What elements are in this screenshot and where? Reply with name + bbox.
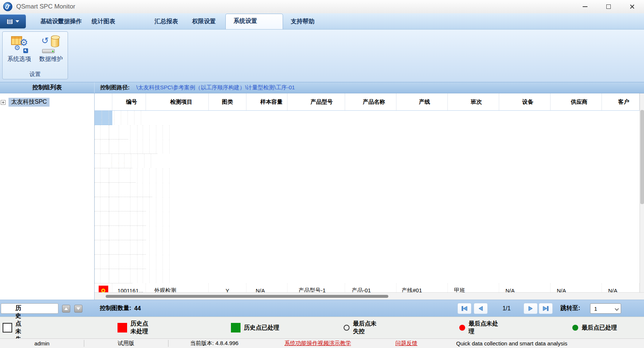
maximize-button[interactable] — [597, 0, 620, 13]
cell-shift: 乙班 — [125, 154, 131, 168]
table-column-header[interactable] — [95, 93, 112, 110]
table-column-header[interactable]: 编号 — [112, 93, 146, 110]
cell-production-line: 产线#01 — [137, 197, 143, 211]
legend-item: 历史点未失控 — [3, 317, 21, 338]
menu-tab[interactable]: 系统设置 — [225, 14, 283, 29]
jump-to-value: 1 — [594, 306, 597, 312]
legend-label: 历史点未处理 — [130, 320, 151, 335]
move-down-button[interactable] — [74, 305, 82, 313]
page-indicator: 1/1 — [494, 300, 519, 317]
close-button[interactable] — [620, 0, 644, 13]
cell-customer: A客户 — [163, 240, 170, 254]
menu-tab[interactable]: 数据操作 — [50, 14, 84, 29]
horizontal-scrollbar-thumb[interactable] — [106, 295, 388, 298]
jump-to-dropdown[interactable]: 1 — [590, 303, 621, 314]
table-row[interactable]: 1001161... 外观检测 P N/A 产品型号-1 产品-01 产线#01… — [95, 255, 146, 269]
cell-sample-size: 5 — [109, 183, 119, 197]
table-row[interactable]: 1001161... 参数A XR 5 产品型号-1 产品-01 产线#02 甲… — [95, 125, 128, 139]
menu-tab[interactable]: 权限设置 — [184, 14, 225, 29]
cell-customer: A客户 — [163, 211, 170, 225]
vertical-scrollbar[interactable] — [640, 93, 644, 292]
legend-item: 最后点未处理 — [459, 317, 500, 338]
table-row[interactable]: 1001161... 外观检测 Y N/A 产品型号-1 产品-01 产线#01… — [95, 283, 640, 292]
table-column-header[interactable]: 产品型号 — [287, 93, 345, 110]
last-page-button[interactable] — [539, 303, 553, 314]
cell-supplier: N/A — [156, 139, 163, 154]
table-column-header[interactable]: 班次 — [448, 93, 499, 110]
move-up-button[interactable] — [62, 305, 70, 313]
menu-tab[interactable]: 支持帮助 — [283, 14, 334, 29]
cell-product-name: 产品-01 — [130, 240, 137, 254]
table-column-header[interactable]: 样本容量 — [246, 93, 287, 110]
table-header-row: 编号检测项目图类样本容量产品型号产品名称产线班次设备供应商客户 — [95, 93, 640, 111]
cell-number: 1001161... — [95, 240, 100, 254]
vertical-scrollbar-thumb[interactable] — [640, 110, 644, 204]
title-bar: QSmart SPC Monitor — [0, 0, 644, 13]
cell-inspection-item: 外观检测 — [100, 269, 109, 283]
cell-supplier: N/A — [156, 269, 163, 283]
app-menu-button[interactable] — [0, 14, 26, 28]
maximize-icon — [606, 4, 611, 9]
cell-supplier: N/A — [156, 168, 163, 182]
table-row[interactable]: 1001161... 外观检测 Y N/A 产品型号-1 产品-01 产线#01… — [95, 269, 132, 283]
table-column-header[interactable]: 图类 — [209, 93, 246, 110]
table-column-header[interactable]: 产线 — [396, 93, 448, 110]
menu-tab[interactable]: 汇总报表 — [147, 14, 184, 29]
cell-shift: 乙班 — [143, 211, 150, 225]
ribbon-group-label: 设置 — [3, 71, 68, 78]
cell-product-model: 产品型号-1 — [119, 197, 130, 211]
status-bar: admin 试用版 当前版本: 4.8.4.996 系统功能操作视频演示教学 问… — [0, 338, 644, 348]
table-row[interactable]: 1001161... 参数B1 XS 5 产品型号-1 产品-01 产线#01 … — [95, 168, 136, 183]
table-row[interactable]: 1001161... 参数A XR 5 产品型号-1 产品-01 产线#01 甲… — [95, 111, 112, 125]
next-page-button[interactable] — [524, 303, 538, 314]
table-row[interactable]: 1001161... 参数D XR 3 产品型号-1 产品-01 产线#01 乙… — [95, 211, 146, 226]
legend-shape-icon — [344, 325, 350, 331]
legend-item: 最后点已处理 — [572, 317, 630, 338]
status-edition: 试用版 — [84, 339, 168, 348]
tree-item-root[interactable]: 太友科技SPC — [1, 98, 94, 107]
cell-equipment: N/A — [150, 226, 156, 240]
data-maintenance-icon: ↺ — [41, 35, 61, 54]
cell-inspection-item: 外观检测 — [100, 255, 109, 269]
table-column-header[interactable]: 产品名称 — [345, 93, 396, 110]
table-column-header[interactable]: 检测项目 — [146, 93, 209, 110]
table-column-header[interactable]: 客户 — [602, 93, 640, 110]
system-options-button[interactable]: ⚙ ⚙ 系统选项 — [3, 34, 35, 63]
legend-shape-icon — [231, 323, 241, 333]
horizontal-scrollbar[interactable] — [95, 292, 644, 300]
cell-number: 1001161... — [95, 183, 100, 197]
menu-tab-label: 权限设置 — [192, 18, 216, 24]
table-column-header[interactable]: 设备 — [499, 93, 551, 110]
menu-tab[interactable]: 统计图表 — [84, 14, 147, 29]
cell-product-name: 产品-01 — [130, 197, 137, 211]
first-page-button[interactable] — [457, 303, 471, 314]
minimize-button[interactable] — [573, 0, 597, 13]
table-row[interactable]: 1001161... 参数A XR 5 产品型号-1 产品-01 产线#02 乙… — [95, 139, 157, 154]
table-row[interactable]: 1001161... 参数C1 IMR 1 产品型号-1 产品-01 产线#01… — [95, 197, 146, 211]
menu-tab[interactable]: 基础设置 — [33, 14, 50, 29]
cell-product-model: 产品型号-1 — [287, 283, 345, 292]
cell-inspection-item: 参数B1 — [100, 168, 109, 182]
group-search-input[interactable] — [1, 303, 58, 314]
cell-customer: N/A — [144, 154, 151, 168]
table-row[interactable]: 1001161... 参数A XR 5 产品型号-1 产品-01 产线#01 乙… — [95, 154, 132, 168]
menu-tab-label: 数据操作 — [58, 18, 82, 24]
tree-expand-icon[interactable] — [1, 100, 6, 105]
table-row[interactable]: 1001161... 参数D XR 3 产品型号-1 产品-01 产线#01 丙… — [95, 240, 146, 255]
status-version: 当前版本: 4.8.4.996 — [168, 339, 260, 348]
previous-page-button[interactable] — [474, 303, 488, 314]
control-group-list-header: 控制组列表 — [0, 82, 95, 93]
pagination-bar: 控制图数量: 44 1/1 跳转至: 1 — [0, 300, 644, 317]
cell-number: 1001161... — [95, 269, 100, 283]
table-row[interactable]: 1001161... 参数B2 XS 5 产品型号-1 产品-01 产线#01 … — [95, 183, 152, 197]
cell-number: 1001161... — [112, 283, 146, 292]
cell-equipment: N/A — [499, 283, 551, 292]
table-row[interactable]: 1001161... 参数D XR 3 产品型号-1 产品-01 产线#01 甲… — [95, 226, 146, 240]
menu-tabs: 基础设置数据操作统计图表汇总报表权限设置系统设置支持帮助 — [33, 13, 334, 29]
video-tutorial-link[interactable]: 系统功能操作视频演示教学 — [260, 339, 375, 348]
legend-shape-icon — [117, 323, 127, 333]
feedback-link[interactable]: 问题反馈 — [375, 339, 438, 348]
legend-item: 最后点未失控 — [344, 317, 381, 338]
table-column-header[interactable]: 供应商 — [551, 93, 602, 110]
data-maintenance-button[interactable]: ↺ 数据维护 — [35, 34, 67, 63]
